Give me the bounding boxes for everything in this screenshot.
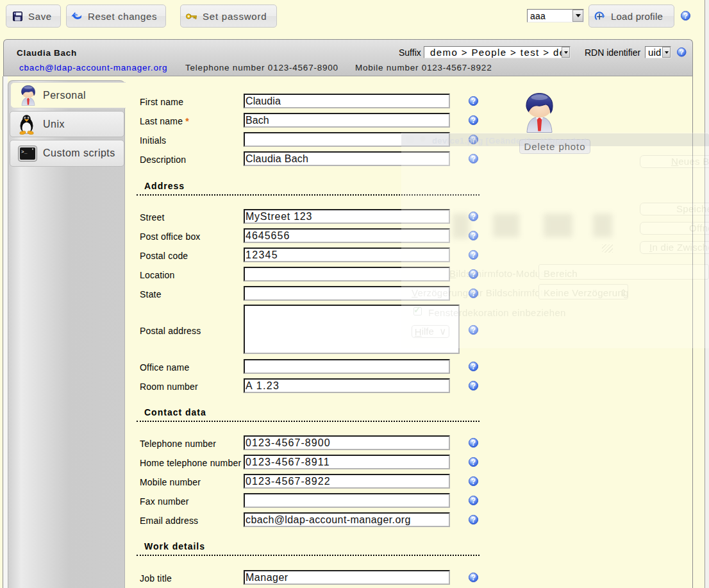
svg-text:?: ? bbox=[683, 12, 688, 21]
svg-text:?: ? bbox=[471, 116, 476, 125]
svg-text:?: ? bbox=[471, 516, 476, 525]
svg-text:>_: >_ bbox=[21, 149, 28, 154]
svg-text:?: ? bbox=[471, 382, 476, 391]
svg-text:?: ? bbox=[471, 362, 476, 371]
svg-text:?: ? bbox=[471, 97, 476, 106]
svg-text:?: ? bbox=[471, 439, 476, 448]
svg-text:?: ? bbox=[680, 47, 684, 56]
svg-text:?: ? bbox=[471, 477, 476, 486]
svg-text:?: ? bbox=[471, 573, 476, 582]
svg-text:?: ? bbox=[471, 496, 476, 505]
svg-text:?: ? bbox=[471, 458, 476, 467]
